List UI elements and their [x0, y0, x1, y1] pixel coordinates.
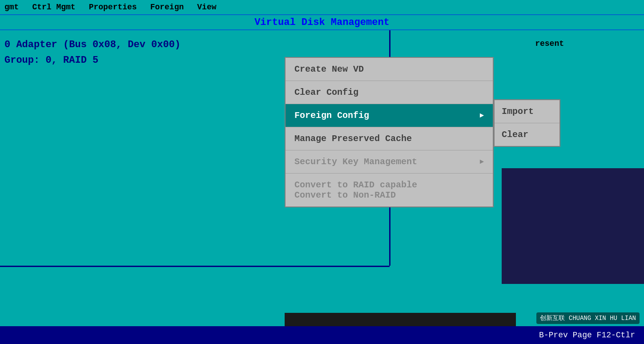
security-key-arrow-icon: ► — [479, 158, 484, 166]
present-label: resent — [535, 39, 564, 48]
adapter-line2: Group: 0, RAID 5 — [4, 55, 98, 66]
top-menubar: gmt Ctrl Mgmt Properties Foreign View — [0, 0, 644, 14]
right-dark-panel — [502, 168, 644, 284]
menu-ctrl-mgmt[interactable]: Ctrl Mgmt — [32, 3, 75, 12]
bottom-bar: B-Prev Page F12-Ctlr — [0, 326, 644, 344]
menu-item-create-new-vd-label: Create New VD — [294, 64, 364, 74]
submenu-foreign-config: Import Clear — [494, 99, 560, 147]
page-title: Virtual Disk Management — [254, 17, 390, 28]
menu-item-convert-label: Convert to RAID capable Convert to Non-R… — [294, 180, 417, 200]
dropdown-menu: Create New VD Clear Config Foreign Confi… — [285, 57, 494, 207]
menu-item-manage-preserved-cache-label: Manage Preserved Cache — [294, 134, 412, 144]
menu-item-manage-preserved-cache[interactable]: Manage Preserved Cache — [286, 127, 493, 150]
menu-item-foreign-config[interactable]: Foreign Config ► — [286, 104, 493, 127]
menu-item-security-key-management-label: Security Key Management — [294, 157, 417, 167]
submenu-item-clear[interactable]: Clear — [495, 123, 559, 146]
adapter-line1: 0 Adapter (Bus 0x08, Dev 0x00) — [4, 39, 181, 50]
bottom-nav-text: B-Prev Page F12-Ctlr — [539, 331, 635, 340]
title-bar: Virtual Disk Management — [0, 14, 644, 30]
menu-item-clear-config-label: Clear Config — [294, 87, 358, 97]
horizontal-divider — [0, 266, 390, 267]
main-area: 0 Adapter (Bus 0x08, Dev 0x00) Group: 0,… — [0, 30, 644, 344]
menu-item-convert[interactable]: Convert to RAID capable Convert to Non-R… — [286, 174, 493, 206]
bottom-dark-block — [285, 313, 516, 326]
menu-item-security-key-management[interactable]: Security Key Management ► — [286, 150, 493, 174]
foreign-config-arrow-icon: ► — [479, 112, 484, 120]
menu-foreign[interactable]: Foreign — [150, 3, 184, 12]
watermark: 创新互联 CHUANG XIN HU LIAN — [536, 312, 640, 324]
menu-properties[interactable]: Properties — [89, 3, 137, 12]
menu-item-clear-config[interactable]: Clear Config — [286, 81, 493, 104]
menu-item-foreign-config-label: Foreign Config — [294, 110, 369, 121]
menu-item-create-new-vd[interactable]: Create New VD — [286, 58, 493, 81]
menu-gmt[interactable]: gmt — [4, 3, 19, 12]
submenu-item-import[interactable]: Import — [495, 100, 559, 123]
menu-view[interactable]: View — [197, 3, 216, 12]
